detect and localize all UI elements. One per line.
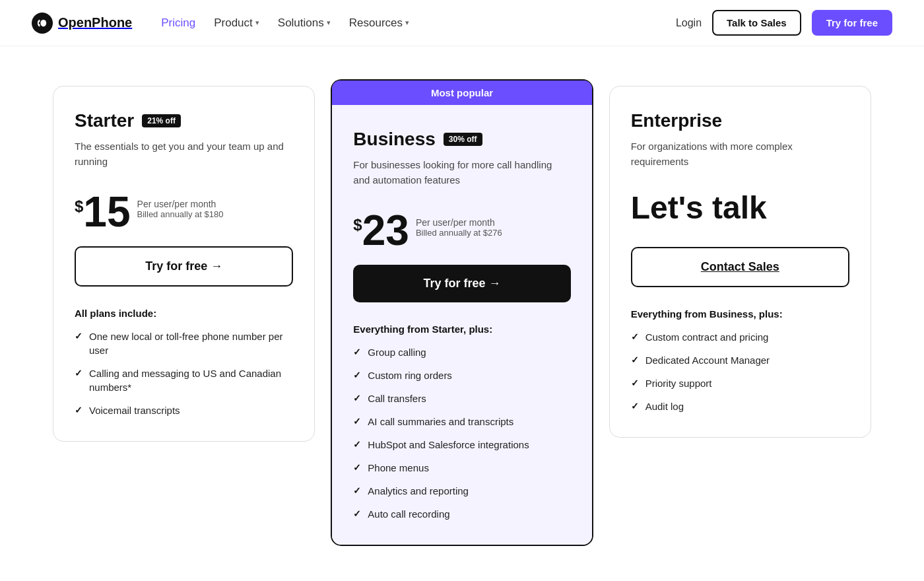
list-item: ✓ HubSpot and Salesforce integrations (353, 438, 570, 452)
check-icon: ✓ (353, 415, 361, 428)
starter-plan-name: Starter (75, 110, 134, 131)
business-dollar: $ (353, 216, 362, 234)
nav-left: OpenPhone Pricing Product ▾ Solutions ▾ … (32, 13, 417, 34)
business-feature-list: ✓ Group calling ✓ Custom ring orders ✓ C… (353, 345, 570, 521)
business-amount: 23 (362, 209, 409, 252)
business-price-row: $ 23 Per user/per month Billed annually … (353, 209, 570, 252)
starter-dollar: $ (75, 197, 83, 216)
check-icon: ✓ (353, 392, 361, 405)
check-icon: ✓ (353, 346, 361, 359)
logo-text: OpenPhone (58, 15, 132, 30)
business-card-wrapper: Most popular Business 30% off For busine… (331, 79, 593, 546)
list-item: ✓ Custom ring orders (353, 368, 570, 382)
svg-point-1 (40, 19, 46, 26)
list-item: ✓ One new local or toll-free phone numbe… (75, 329, 293, 357)
business-price-section: $ 23 Per user/per month Billed annually … (353, 209, 570, 252)
nav-link-pricing[interactable]: Pricing (153, 13, 203, 34)
list-item: ✓ Call transfers (353, 392, 570, 405)
check-icon: ✓ (631, 331, 639, 344)
list-item: ✓ Priority support (631, 376, 849, 390)
talk-to-sales-button[interactable]: Talk to Sales (712, 10, 801, 36)
enterprise-lets-talk: Let's talk (631, 191, 849, 226)
starter-price-per: Per user/per month (137, 199, 224, 209)
enterprise-header: Enterprise (631, 110, 849, 131)
starter-feature-list: ✓ One new local or toll-free phone numbe… (75, 329, 293, 417)
check-icon: ✓ (353, 438, 361, 452)
starter-price-row: $ 15 Per user/per month Billed annually … (75, 191, 293, 233)
list-item: ✓ Calling and messaging to US and Canadi… (75, 366, 293, 394)
logo-icon (32, 13, 53, 34)
check-icon: ✓ (353, 485, 361, 498)
business-cta-button[interactable]: Try for free → (353, 265, 570, 302)
enterprise-description: For organizations with more complex requ… (631, 139, 849, 172)
list-item: ✓ AI call summaries and transcripts (353, 415, 570, 428)
check-icon: ✓ (631, 354, 639, 367)
starter-price-section: $ 15 Per user/per month Billed annually … (75, 191, 293, 233)
business-card: Business 30% off For businesses looking … (332, 105, 591, 545)
starter-header: Starter 21% off (75, 110, 293, 131)
starter-features-title: All plans include: (75, 308, 293, 319)
check-icon: ✓ (75, 330, 82, 343)
business-price-per: Per user/per month (416, 217, 502, 228)
starter-card: Starter 21% off The essentials to get yo… (53, 86, 315, 442)
check-icon: ✓ (353, 508, 361, 521)
check-icon: ✓ (631, 377, 639, 390)
enterprise-cta-button[interactable]: Contact Sales (631, 247, 849, 287)
list-item: ✓ Audit log (631, 399, 849, 413)
login-button[interactable]: Login (676, 17, 702, 29)
try-for-free-nav-button[interactable]: Try for free (812, 10, 892, 36)
enterprise-feature-list: ✓ Custom contract and pricing ✓ Dedicate… (631, 330, 849, 413)
list-item: ✓ Auto call recording (353, 507, 570, 521)
nav-links: Pricing Product ▾ Solutions ▾ Resources … (153, 13, 417, 34)
starter-description: The essentials to get you and your team … (75, 139, 293, 172)
pricing-grid: Starter 21% off The essentials to get yo… (53, 86, 871, 546)
enterprise-plan-name: Enterprise (631, 110, 723, 131)
most-popular-banner: Most popular (332, 81, 591, 105)
check-icon: ✓ (75, 404, 82, 417)
list-item: ✓ Dedicated Account Manager (631, 353, 849, 367)
enterprise-features-title: Everything from Business, plus: (631, 308, 849, 320)
nav-right: Login Talk to Sales Try for free (676, 10, 892, 36)
nav-link-product[interactable]: Product ▾ (206, 13, 267, 34)
starter-discount-badge: 21% off (142, 114, 181, 127)
list-item: ✓ Group calling (353, 345, 570, 359)
list-item: ✓ Voicemail transcripts (75, 403, 293, 417)
business-features-title: Everything from Starter, plus: (353, 324, 570, 335)
starter-cta-button[interactable]: Try for free → (75, 246, 293, 287)
chevron-down-icon: ▾ (327, 18, 331, 27)
business-plan-name: Business (353, 129, 436, 150)
check-icon: ✓ (353, 369, 361, 382)
chevron-down-icon: ▾ (255, 18, 259, 27)
check-icon: ✓ (75, 367, 82, 380)
starter-price-billed: Billed annually at $180 (137, 209, 224, 219)
check-icon: ✓ (631, 400, 639, 413)
chevron-down-icon: ▾ (405, 18, 409, 27)
pricing-main: Starter 21% off The essentials to get yo… (0, 46, 924, 581)
business-price-billed: Billed annually at $276 (416, 228, 502, 238)
list-item: ✓ Analytics and reporting (353, 484, 570, 498)
starter-price-meta: Per user/per month Billed annually at $1… (137, 191, 224, 219)
business-description: For businesses looking for more call han… (353, 158, 570, 191)
business-price-meta: Per user/per month Billed annually at $2… (416, 209, 502, 238)
enterprise-card: Enterprise For organizations with more c… (609, 86, 871, 438)
starter-amount: 15 (83, 191, 130, 233)
list-item: ✓ Phone menus (353, 461, 570, 475)
business-header: Business 30% off (353, 129, 570, 150)
business-discount-badge: 30% off (444, 133, 482, 146)
list-item: ✓ Custom contract and pricing (631, 330, 849, 344)
check-icon: ✓ (353, 461, 361, 475)
nav-link-solutions[interactable]: Solutions ▾ (270, 13, 339, 34)
logo[interactable]: OpenPhone (32, 13, 132, 34)
nav-link-resources[interactable]: Resources ▾ (341, 13, 417, 34)
navbar: OpenPhone Pricing Product ▾ Solutions ▾ … (0, 0, 924, 46)
